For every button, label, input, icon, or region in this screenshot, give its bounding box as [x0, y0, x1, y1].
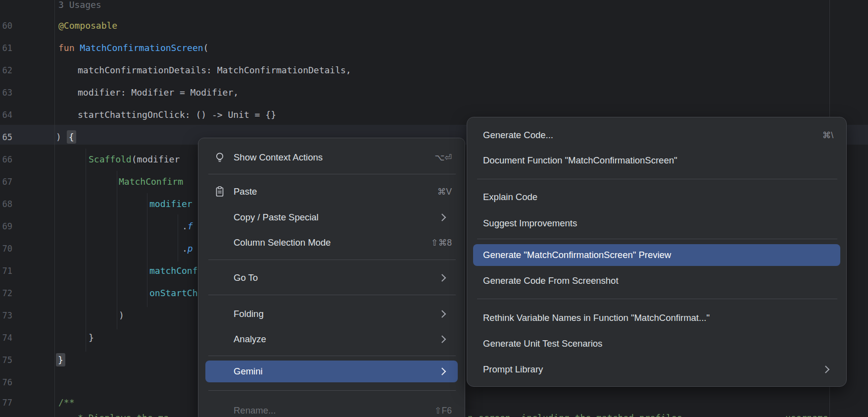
menu-item-label: Generate Code...: [483, 130, 553, 141]
menu-item-show-context-actions[interactable]: Show Context Actions ⌥⏎: [198, 147, 465, 168]
line-number[interactable]: 71: [0, 264, 12, 277]
keyword-token: fun: [58, 43, 80, 53]
menu-separator: [208, 390, 456, 391]
submenu-item-explain-code[interactable]: Explain Code: [467, 186, 846, 208]
menu-item-label: Show Context Actions: [234, 152, 323, 163]
submenu-item-rethink-variable-names[interactable]: Rethink Variable Names in Function "Matc…: [467, 307, 846, 329]
submenu-item-document-function[interactable]: Document Function "MatchConfirmationScre…: [467, 150, 846, 171]
menu-item-label: Generate "MatchConfirmationScreen" Previ…: [483, 250, 671, 261]
menu-item-label: Document Function "MatchConfirmationScre…: [483, 155, 677, 166]
submenu-item-generate-code[interactable]: Generate Code... ⌘\: [467, 124, 846, 146]
named-argument-token: onStartCh: [149, 288, 198, 298]
line-number[interactable]: 67: [0, 175, 12, 188]
named-argument-token: modifier: [149, 199, 193, 209]
code-line[interactable]: Scaffold(modifier: [89, 153, 180, 166]
menu-item-gemini[interactable]: Gemini: [198, 361, 465, 382]
menu-separator: [208, 295, 456, 295]
menu-item-label: Rethink Variable Names in Function "Matc…: [483, 313, 710, 323]
line-number[interactable]: 63: [0, 86, 12, 99]
code-line[interactable]: fun MatchConfirmationScreen(: [58, 42, 208, 54]
code-line[interactable]: startChattingOnClick: () -> Unit = {}: [78, 108, 276, 121]
paren-token: ): [56, 132, 67, 142]
submenu-item-generate-code-from-screenshot[interactable]: Generate Code From Screenshot: [467, 270, 846, 292]
line-number[interactable]: 72: [0, 287, 12, 300]
line-number[interactable]: 61: [0, 42, 12, 54]
line-number[interactable]: 77: [0, 396, 12, 409]
parameter-token: matchConfirmationDetails: MatchConfirmat…: [78, 65, 351, 75]
code-line[interactable]: .f: [182, 220, 193, 233]
menu-item-label: Prompt Library: [483, 364, 543, 375]
code-line[interactable]: matchConfirmationDetails: MatchConfirmat…: [78, 64, 351, 77]
submenu-arrow-icon: [438, 367, 446, 375]
line-number[interactable]: 66: [0, 153, 12, 166]
code-line[interactable]: modifier: Modifier = Modifier,: [78, 86, 239, 99]
menu-shortcut: ⇧F6: [434, 406, 452, 416]
code-line[interactable]: n screen, including the matched profiles…: [468, 412, 698, 417]
submenu-item-prompt-library[interactable]: Prompt Library: [467, 359, 846, 380]
code-line-caret[interactable]: ) {: [56, 131, 76, 144]
code-line[interactable]: /**: [58, 396, 75, 409]
submenu-item-generate-preview[interactable]: Generate "MatchConfirmationScreen" Previ…: [467, 244, 846, 266]
menu-item-label: Generate Unit Test Scenarios: [483, 338, 602, 349]
menu-item-column-selection-mode[interactable]: Column Selection Mode ⇧⌘8: [198, 232, 465, 254]
line-number[interactable]: 70: [0, 242, 12, 255]
line-number[interactable]: 76: [0, 376, 12, 389]
menu-separator: [477, 239, 837, 239]
code-line[interactable]: onStartCh: [149, 287, 198, 300]
code-line[interactable]: username: [785, 412, 828, 417]
menu-item-copy-paste-special[interactable]: Copy / Paste Special: [198, 207, 465, 228]
menu-item-label: Rename...: [234, 405, 276, 416]
line-number[interactable]: 75: [0, 354, 12, 366]
dot-token: .: [182, 221, 188, 231]
submenu-item-suggest-improvements[interactable]: Suggest Improvements: [467, 212, 846, 234]
menu-shortcut: ⌘\: [822, 130, 833, 141]
code-line[interactable]: @Composable: [58, 19, 117, 32]
code-line[interactable]: matchConf: [149, 264, 198, 277]
annotation-token: @Composable: [58, 20, 117, 31]
menu-item-analyze[interactable]: Analyze: [198, 328, 465, 350]
parameter-token: startChattingOnClick: () -> Unit = {}: [78, 109, 276, 120]
code-line[interactable]: ): [119, 309, 124, 322]
code-line[interactable]: MatchConfirm: [119, 175, 183, 188]
dot-token: .: [182, 243, 188, 254]
clipboard-icon: [213, 185, 226, 198]
line-number[interactable]: 74: [0, 331, 12, 344]
menu-separator: [208, 174, 456, 174]
comment-token: n screen, including the matched profiles…: [468, 413, 698, 417]
line-number[interactable]: 64: [0, 108, 12, 121]
menu-item-label: Suggest Improvements: [483, 218, 577, 229]
line-number[interactable]: 60: [0, 19, 12, 32]
code-line[interactable]: modifier: [149, 198, 193, 210]
submenu-item-generate-unit-test-scenarios[interactable]: Generate Unit Test Scenarios: [467, 333, 846, 355]
line-number[interactable]: 68: [0, 198, 12, 210]
paren-token: (: [203, 43, 209, 53]
menu-item-go-to[interactable]: Go To: [198, 267, 465, 289]
indent-guide: [117, 171, 117, 329]
menu-item-label: Folding: [234, 309, 264, 319]
parameter-token: modifier: Modifier = Modifier,: [78, 87, 239, 98]
line-number[interactable]: 62: [0, 64, 12, 77]
menu-item-rename[interactable]: Rename... ⇧F6: [198, 400, 465, 417]
menu-item-paste[interactable]: Paste ⌘V: [198, 181, 465, 203]
code-line[interactable]: .p: [182, 242, 193, 255]
ide-editor-screen: 60 61 62 63 64 65 66 67 68 69 70 71 72 7…: [0, 0, 868, 417]
code-line[interactable]: * Displays the ma: [78, 412, 169, 417]
line-number[interactable]: 73: [0, 309, 12, 322]
line-number[interactable]: 69: [0, 220, 12, 233]
gutter-separator: [54, 0, 55, 417]
indent-guide: [147, 193, 147, 307]
submenu-arrow-icon: [438, 274, 446, 282]
matched-brace: {: [67, 130, 76, 144]
comment-token: /**: [58, 397, 75, 408]
usages-inlay-hint[interactable]: 3 Usages: [58, 0, 101, 11]
composable-call-token: MatchConfirm: [119, 176, 183, 187]
comment-token: username: [785, 413, 828, 417]
menu-item-label: Explain Code: [483, 192, 537, 203]
code-line[interactable]: }: [56, 354, 65, 366]
line-number-current[interactable]: 65: [0, 131, 12, 144]
menu-item-label: Go To: [234, 272, 258, 283]
menu-shortcut: ⌥⏎: [434, 153, 452, 163]
code-line[interactable]: }: [89, 331, 94, 344]
indent-guide: [178, 214, 178, 261]
menu-item-folding[interactable]: Folding: [198, 303, 465, 325]
